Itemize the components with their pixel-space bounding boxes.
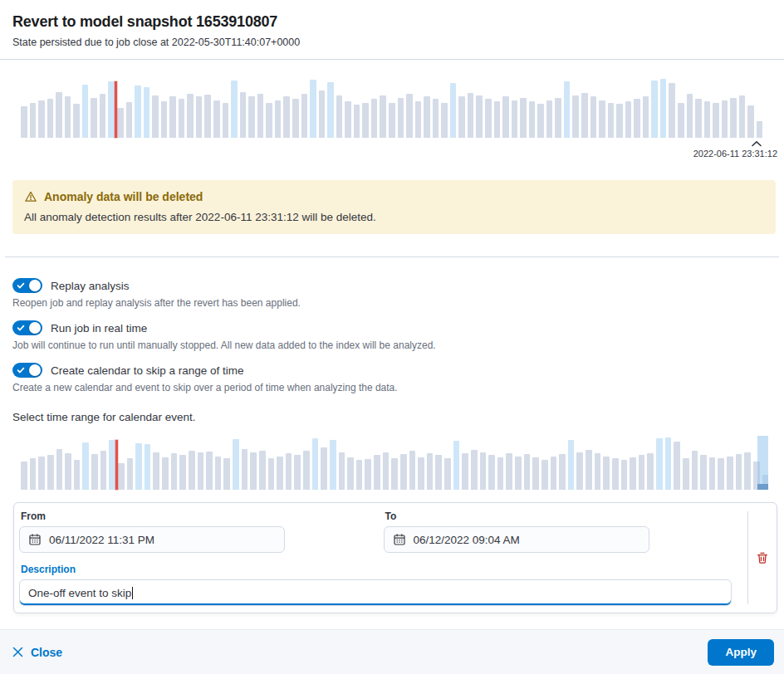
trash-icon [756,551,769,564]
toggle-row: Replay analysis [12,278,771,293]
histogram-bar [231,81,238,138]
histogram-bar [608,103,615,138]
histogram-bar [268,458,275,490]
histogram-bar [153,452,159,491]
histogram-bar [196,96,203,138]
close-button[interactable]: Close [12,646,62,659]
revert-marker-line [115,81,117,138]
histogram-bar [757,121,763,138]
histogram-bar [145,444,151,490]
histogram-bar [488,455,495,490]
revert-timestamp: 2022-06-11 23:31:12 [0,149,777,159]
page-title: Revert to model snapshot 1653910807 [12,13,771,31]
histogram-bar [91,98,97,138]
toggle-row: Create calendar to skip a range of time [12,363,771,378]
histogram-bar [21,106,27,138]
event-rate-chart[interactable] [21,77,762,138]
histogram-bar [321,447,327,490]
histogram-bar [189,451,195,490]
replay-analysis-toggle[interactable] [12,278,42,293]
selected-time-range[interactable] [757,436,769,490]
callout-body: All anomaly detection results after 2022… [24,211,762,223]
histogram-bar [739,95,746,138]
histogram-bar [727,457,733,490]
event-description-input[interactable]: One-off event to skip [19,579,732,606]
toggle-help-text: Job will continue to run until manually … [12,339,771,351]
chevron-up-icon [751,140,762,147]
delete-event-button[interactable] [752,548,772,568]
from-date-value: 06/11/2022 11:31 PM [49,534,154,546]
histogram-bar [424,96,430,138]
histogram-bar [21,462,27,490]
histogram-bar [330,440,336,490]
create-calendar-toggle[interactable] [12,363,42,378]
histogram-bar [187,94,194,138]
histogram-bar [100,94,106,138]
histogram-bar [497,457,504,490]
histogram-bar [108,81,115,138]
histogram-bar [695,99,702,138]
to-field-group: To 06/12/2022 09:04 AM [384,510,748,553]
histogram-bar [383,452,390,491]
histogram-bar [415,101,422,138]
callout-title-row: Anomaly data will be deleted [24,190,762,203]
histogram-bar [599,100,605,138]
histogram-bar [541,460,548,490]
histogram-bar [444,458,451,490]
toggle-help-text: Create a new calendar and event to skip … [12,382,771,393]
histogram-bar [612,458,619,490]
to-date-input[interactable]: 06/12/2022 09:04 AM [384,526,649,553]
histogram-bar [453,441,460,490]
histogram-bar [303,451,310,490]
histogram-bar [502,96,509,138]
histogram-bar [678,103,684,138]
histogram-bar [65,96,71,138]
histogram-bar [30,458,37,490]
histogram-bar [391,458,398,490]
calendar-event-panel: From 06/11/2022 11:31 PM To [13,502,777,613]
from-date-input[interactable]: 06/11/2022 11:31 PM [19,526,285,553]
apply-button[interactable]: Apply [708,639,774,666]
histogram-bar [161,101,168,138]
histogram-bar [82,442,89,490]
histogram-bar [266,103,272,138]
revert-marker-caption: 2022-06-11 23:31:12 [0,140,784,159]
histogram-bar [135,443,142,490]
histogram-bar [371,99,378,138]
histogram-bar [551,457,557,490]
histogram-bar [524,454,531,490]
flyout-footer: Close Apply [0,629,784,674]
histogram-bar [339,452,345,491]
histogram-bar [713,103,719,138]
calendar-range-chart[interactable] [21,436,768,490]
histogram-bar [700,455,707,490]
histogram-bar [532,457,539,490]
histogram-bar [215,457,222,490]
histogram-bar [559,454,566,490]
run-real-time-toggle[interactable] [12,320,42,335]
histogram-bar [56,449,63,490]
histogram-bar [152,95,159,138]
histogram-bar [301,94,308,138]
histogram-bar [651,81,658,138]
histogram-bar [656,438,663,490]
histogram-bar [356,460,363,490]
histogram-bar [179,99,185,138]
histogram-bar [595,453,601,490]
toggle-group-create-calendar: Create calendar to skip a range of time … [12,363,771,393]
histogram-bar [117,108,124,139]
toggle-label: Replay analysis [51,280,130,292]
histogram-bar [621,460,628,490]
text-cursor [132,587,133,599]
histogram-bar [250,452,257,490]
toggle-help-text: Reopen job and replay analysis after the… [12,297,771,309]
histogram-bar [169,96,176,138]
histogram-bar [389,103,395,138]
histogram-bar [576,452,583,491]
histogram-bar [400,454,407,490]
histogram-bar [109,440,115,490]
histogram-bar [406,94,413,138]
from-label: From [21,510,384,522]
histogram-bar [639,455,645,490]
to-date-value: 06/12/2022 09:04 AM [414,534,520,546]
